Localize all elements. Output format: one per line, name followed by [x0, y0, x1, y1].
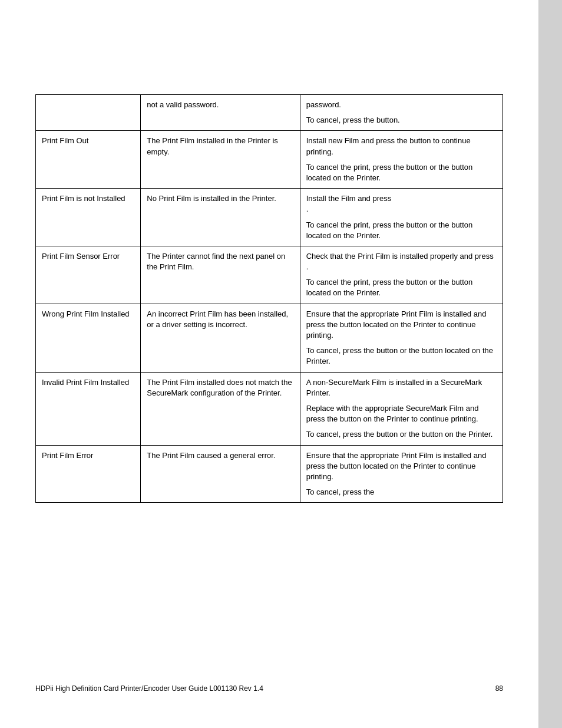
- table-row: Wrong Print Film Installed An incorrect …: [36, 304, 503, 372]
- main-table: not a valid password. password. To cance…: [35, 94, 503, 503]
- action-cell: A non-SecureMark Film is installed in a …: [300, 372, 503, 445]
- table-row: Invalid Print Film Installed The Print F…: [36, 372, 503, 445]
- error-cell: Invalid Print Film Installed: [36, 372, 141, 445]
- page-number: 88: [495, 684, 503, 693]
- side-bar: [538, 0, 562, 728]
- desc-cell: not a valid password.: [141, 95, 300, 131]
- footer: HDPii High Definition Card Printer/Encod…: [35, 684, 503, 693]
- action-cell: Check that the Print Film is installed p…: [300, 246, 503, 304]
- action-text: Install the Film and press: [306, 194, 392, 203]
- desc-text: The Print Film caused a general error.: [147, 451, 275, 460]
- action-text: Check that the Print Film is installed p…: [306, 252, 494, 261]
- action-cell: Ensure that the appropriate Print Film i…: [300, 304, 503, 372]
- action-text-2: To cancel, press the button or the butto…: [306, 345, 497, 367]
- content-area: not a valid password. password. To cance…: [0, 0, 562, 538]
- error-cell: Print Film Error: [36, 445, 141, 503]
- error-label: Print Film is not Installed: [42, 194, 125, 203]
- action-text-dot: .: [306, 262, 497, 272]
- table-row: Print Film Out The Print Film installed …: [36, 131, 503, 189]
- table-row: Print Film is not Installed No Print Fil…: [36, 189, 503, 246]
- action-text-3: To cancel, press the button or the butto…: [306, 429, 497, 440]
- action-text-2: To cancel the print, press the button or…: [306, 277, 497, 298]
- table-row: Print Film Sensor Error The Printer cann…: [36, 246, 503, 304]
- action-text: Install new Film and press the button to…: [306, 136, 471, 156]
- action-text-2: To cancel, press the: [306, 487, 497, 498]
- action-cell: Install new Film and press the button to…: [300, 131, 503, 189]
- table-row: not a valid password. password. To cance…: [36, 95, 503, 131]
- desc-cell: The Printer cannot find the next panel o…: [141, 246, 300, 304]
- error-cell: Print Film Sensor Error: [36, 246, 141, 304]
- action-cell: password. To cancel, press the button.: [300, 95, 503, 131]
- error-cell: [36, 95, 141, 131]
- action-text-2: To cancel the print, press the button or…: [306, 220, 497, 241]
- action-text-2: To cancel, press the button.: [306, 115, 497, 126]
- desc-cell: The Print Film installed does not match …: [141, 372, 300, 445]
- desc-text: The Print Film installed in the Printer …: [147, 136, 278, 156]
- action-cell: Ensure that the appropriate Print Film i…: [300, 445, 503, 503]
- action-text-2: To cancel the print, press the button or…: [306, 162, 497, 183]
- desc-text: No Print Film is installed in the Printe…: [147, 194, 276, 203]
- error-cell: Wrong Print Film Installed: [36, 304, 141, 372]
- desc-cell: An incorrect Print Film has been install…: [141, 304, 300, 372]
- desc-text: The Print Film installed does not match …: [147, 378, 292, 397]
- desc-cell: No Print Film is installed in the Printe…: [141, 189, 300, 246]
- error-cell: Print Film is not Installed: [36, 189, 141, 246]
- error-cell: Print Film Out: [36, 131, 141, 189]
- error-label: Print Film Error: [42, 451, 93, 460]
- page-container: not a valid password. password. To cance…: [0, 0, 562, 728]
- desc-cell: The Print Film installed in the Printer …: [141, 131, 300, 189]
- desc-cell: The Print Film caused a general error.: [141, 445, 300, 503]
- action-text: password.: [306, 100, 341, 109]
- footer-text: HDPii High Definition Card Printer/Encod…: [35, 684, 263, 693]
- action-text-2: Replace with the appropriate SecureMark …: [306, 403, 497, 424]
- error-label: Wrong Print Film Installed: [42, 309, 130, 318]
- action-text: A non-SecureMark Film is installed in a …: [306, 378, 482, 397]
- desc-text: An incorrect Print Film has been install…: [147, 309, 288, 329]
- error-label: Invalid Print Film Installed: [42, 378, 129, 387]
- action-cell: Install the Film and press . To cancel t…: [300, 189, 503, 246]
- action-text: Ensure that the appropriate Print Film i…: [306, 309, 487, 340]
- desc-text: The Printer cannot find the next panel o…: [147, 252, 285, 271]
- action-text: Ensure that the appropriate Print Film i…: [306, 451, 487, 481]
- table-row: Print Film Error The Print Film caused a…: [36, 445, 503, 503]
- action-text-dot: .: [306, 204, 497, 215]
- error-label: Print Film Sensor Error: [42, 252, 120, 261]
- error-label: Print Film Out: [42, 136, 88, 145]
- desc-text: not a valid password.: [147, 100, 219, 109]
